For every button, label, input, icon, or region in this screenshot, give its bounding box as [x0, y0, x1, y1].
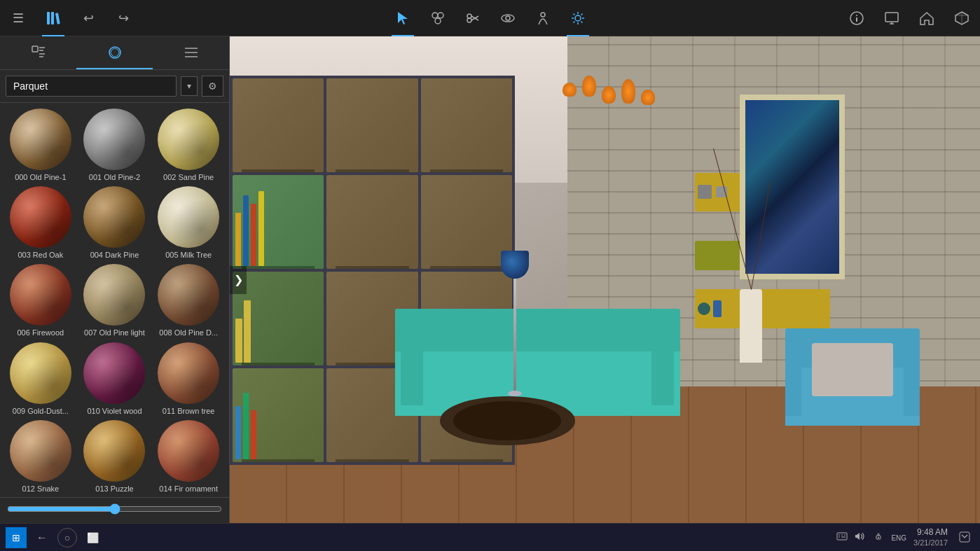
info-button[interactable]: [846, 7, 868, 29]
models-icon: [30, 44, 47, 61]
material-sphere: [10, 186, 71, 248]
material-label: 014 Fir ornament: [159, 484, 218, 494]
home-icon: [919, 11, 934, 26]
person-button[interactable]: [532, 7, 554, 29]
redo-button[interactable]: ↪: [112, 7, 134, 29]
material-item[interactable]: 006 Firewood: [6, 264, 76, 337]
svg-point-13: [575, 15, 581, 21]
list-icon: [183, 44, 200, 61]
tab-models[interactable]: [0, 36, 76, 69]
settings-button[interactable]: ⚙: [202, 76, 223, 97]
material-item[interactable]: 007 Old Pine light: [80, 264, 150, 337]
material-label: 006 Firewood: [18, 328, 64, 337]
display-button[interactable]: [881, 7, 903, 29]
select-button[interactable]: [392, 7, 414, 29]
taskbar-right: ENG 9:48 AM 3/21/2017: [836, 527, 974, 548]
sidebar-tabs: [0, 36, 229, 70]
display-icon: [884, 11, 899, 26]
select-icon: [395, 11, 410, 26]
material-item[interactable]: 009 Gold-Dust...: [6, 342, 76, 416]
library-icon: [46, 11, 61, 26]
tab-list[interactable]: [153, 36, 229, 69]
top-toolbar: ☰ ↩ ↪: [0, 0, 980, 36]
material-sphere: [158, 420, 219, 482]
material-sphere: [10, 264, 71, 326]
network-icon[interactable]: [873, 531, 884, 544]
shelf-cell: [233, 78, 324, 172]
pendant-light: [582, 76, 596, 97]
svg-point-6: [467, 14, 471, 18]
material-item[interactable]: 004 Dark Pine: [80, 186, 150, 260]
category-select[interactable]: ParquetStoneWoodFabricMetalGlassConcrete…: [6, 76, 177, 97]
multitask-icon: ⬜: [87, 532, 99, 543]
undo-icon: ↩: [83, 11, 94, 26]
material-sphere: [83, 186, 145, 248]
library-button[interactable]: [42, 7, 64, 29]
material-label: 013 Puzzle: [95, 484, 133, 494]
material-sphere: [10, 342, 71, 404]
svg-point-7: [467, 18, 471, 22]
search-button[interactable]: ○: [57, 528, 77, 547]
svg-rect-35: [837, 533, 847, 540]
viewport-arrow[interactable]: ❯: [230, 266, 247, 294]
material-item[interactable]: 002 Sand Pine: [153, 109, 223, 182]
shelf-cell: [233, 368, 324, 462]
sun-button[interactable]: [567, 7, 589, 29]
svg-line-20: [581, 13, 582, 15]
multitask-button[interactable]: ⬜: [83, 528, 102, 547]
undo-button[interactable]: ↩: [77, 7, 99, 29]
material-label: 012 Snake: [22, 484, 60, 494]
ime-label: ENG: [891, 534, 906, 542]
ime-indicator[interactable]: ENG: [891, 531, 906, 543]
objects-icon: [430, 11, 446, 26]
material-label: 007 Old Pine light: [84, 328, 145, 337]
menu-button[interactable]: ☰: [7, 7, 29, 29]
pendant-light: [563, 83, 577, 97]
material-sphere: [10, 109, 71, 170]
sidebar: ParquetStoneWoodFabricMetalGlassConcrete…: [0, 36, 230, 523]
objects-button[interactable]: [427, 7, 449, 29]
material-item[interactable]: 005 Milk Tree: [153, 186, 223, 260]
shelf-cell: [233, 175, 324, 269]
material-item[interactable]: 008 Old Pine D...: [153, 264, 223, 337]
material-label: 000 Old Pine-1: [15, 173, 66, 182]
keyboard-icon[interactable]: [836, 531, 848, 544]
taskbar: ⊞ ← ○ ⬜: [0, 523, 980, 551]
volume-icon[interactable]: [855, 531, 866, 544]
back-button[interactable]: ←: [32, 528, 52, 547]
material-item[interactable]: 013 Puzzle: [80, 420, 150, 494]
size-slider[interactable]: [7, 503, 222, 515]
start-button[interactable]: ⊞: [6, 527, 27, 548]
material-item[interactable]: 003 Red Oak: [6, 186, 76, 260]
tab-materials[interactable]: [76, 36, 153, 69]
redo-icon: ↪: [118, 11, 129, 26]
scissors-icon: [465, 11, 481, 26]
material-item[interactable]: 014 Fir ornament: [153, 420, 223, 494]
cube-button[interactable]: [951, 7, 973, 29]
material-sphere: [83, 420, 145, 482]
svg-point-11: [506, 16, 510, 20]
svg-rect-0: [47, 12, 50, 25]
material-item[interactable]: 001 Old Pine-2: [80, 109, 150, 182]
clock[interactable]: 9:48 AM 3/21/2017: [913, 527, 948, 548]
material-item[interactable]: 000 Old Pine-1: [6, 109, 76, 182]
material-item[interactable]: 011 Brown tree: [153, 342, 223, 416]
person-icon: [535, 11, 551, 26]
scissors-button[interactable]: [462, 7, 484, 29]
svg-point-42: [878, 537, 879, 538]
arrow-chevron-icon: ❯: [234, 273, 243, 286]
shelf-cell: [326, 175, 417, 269]
material-label: 009 Gold-Dust...: [13, 407, 69, 416]
svg-point-12: [541, 13, 545, 17]
home-button[interactable]: [916, 7, 938, 29]
dropdown-arrow[interactable]: ▾: [181, 76, 198, 96]
info-icon: [849, 11, 864, 26]
svg-rect-30: [32, 46, 38, 52]
material-sphere: [158, 186, 219, 248]
material-item[interactable]: 010 Violet wood: [80, 342, 150, 416]
material-label: 002 Sand Pine: [163, 173, 214, 182]
eye-button[interactable]: [497, 7, 519, 29]
material-item[interactable]: 012 Snake: [6, 420, 76, 494]
notifications-button[interactable]: [955, 527, 974, 547]
svg-line-19: [581, 21, 582, 22]
